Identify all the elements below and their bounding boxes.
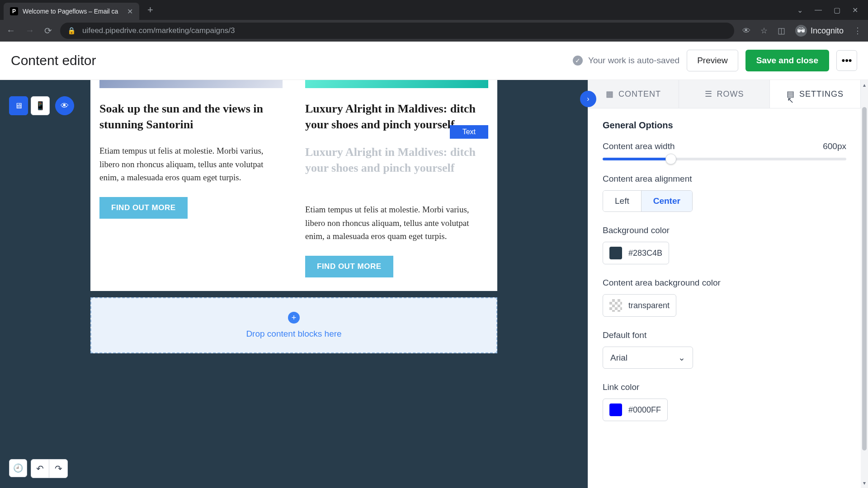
undo-button[interactable]: ↶ [31, 460, 49, 478]
browser-chrome: P Welcome to Pageflows – Email ca ✕ + ⌄ … [0, 0, 868, 42]
field-label: Content area background color [603, 278, 846, 288]
view-controls: 🖥 📱 👁 [9, 96, 74, 115]
width-slider[interactable] [603, 158, 846, 160]
favicon: P [10, 7, 18, 15]
close-tab-icon[interactable]: ✕ [127, 7, 133, 16]
article-body[interactable]: Etiam tempus ut felis at molestie. Morbi… [99, 144, 283, 184]
minimize-icon[interactable]: — [815, 6, 822, 14]
rows-icon: ☰ [705, 89, 712, 99]
block-type-label: Text [450, 125, 488, 139]
article-body[interactable]: Etiam tempus ut felis at molestie. Morbi… [305, 203, 488, 243]
history-controls: 🕘 ↶ ↷ [9, 459, 68, 478]
transparent-swatch [609, 299, 622, 312]
alignment-segmented: Left Center [603, 190, 693, 212]
app-header: Content editor ✓ Your work is auto-saved… [0, 42, 868, 80]
url-box[interactable]: 🔒 uifeed.pipedrive.com/marketing/campaig… [60, 23, 734, 39]
color-value: #283C4B [628, 249, 662, 258]
field-background-color: Background color #283C4B [603, 225, 846, 264]
undo-redo-group: ↶ ↷ [31, 459, 68, 478]
field-label: Content area width [603, 141, 675, 151]
select-value: Arial [610, 353, 627, 363]
chevron-down-icon: ⌄ [678, 352, 685, 363]
color-value: transparent [628, 301, 670, 310]
field-label: Content area alignment [603, 174, 846, 184]
nav-icons: ← → ⟳ [6, 25, 52, 36]
tab-rows[interactable]: ☰ ROWS [679, 80, 770, 108]
color-swatch [609, 247, 622, 259]
column-left[interactable]: Soak up the sun and the views in stunnin… [99, 80, 283, 277]
kebab-menu-icon[interactable]: ⋮ [854, 26, 862, 36]
panel-body: General Options Content area width 600px… [588, 108, 861, 488]
preview-eye-button[interactable]: 👁 [55, 96, 74, 115]
app-body: 🖥 📱 👁 🕘 ↶ ↷ Soak up the sun and the view… [0, 80, 868, 488]
autosave-indicator: ✓ Your work is auto-saved [573, 56, 679, 66]
eye-off-icon[interactable]: 👁 [742, 26, 750, 36]
ghost-text: Luxury Alright in Maldives: ditch your s… [305, 144, 488, 176]
incognito-icon: 🕶 [795, 25, 807, 37]
article-heading[interactable]: Soak up the sun and the views in stunnin… [99, 101, 283, 132]
align-left-button[interactable]: Left [603, 191, 642, 211]
image-placeholder[interactable] [99, 80, 283, 88]
forward-icon[interactable]: → [25, 25, 34, 36]
grid-icon: ▦ [606, 89, 614, 99]
save-and-close-button[interactable]: Save and close [745, 50, 829, 71]
field-area-bg-color: Content area background color transparen… [603, 278, 846, 317]
slider-thumb[interactable] [665, 154, 676, 164]
close-window-icon[interactable]: ✕ [852, 6, 858, 14]
more-actions-button[interactable]: ••• [836, 50, 857, 71]
maximize-icon[interactable]: ▢ [834, 6, 840, 14]
two-column-row[interactable]: Soak up the sun and the views in stunnin… [90, 80, 497, 291]
incognito-badge[interactable]: 🕶 Incognito [795, 25, 844, 37]
field-link-color: Link color #0000FF [603, 382, 846, 421]
dragging-text-block[interactable]: Text Luxury Alright in Maldives: ditch y… [305, 144, 488, 176]
tab-settings[interactable]: ▤ SETTINGS ↖ [770, 80, 861, 108]
area-bg-color-input[interactable]: transparent [603, 294, 676, 317]
field-content-width: Content area width 600px [603, 141, 846, 160]
address-bar: ← → ⟳ 🔒 uifeed.pipedrive.com/marketing/c… [0, 20, 868, 42]
window-controls: ⌄ — ▢ ✕ [797, 6, 864, 14]
chevron-down-icon[interactable]: ⌄ [797, 6, 803, 14]
bg-color-input[interactable]: #283C4B [603, 242, 669, 264]
settings-panel: › ▦ CONTENT ☰ ROWS ▤ SETTINGS ↖ [588, 80, 868, 488]
scrollbar-thumb[interactable] [862, 107, 867, 450]
field-label: Default font [603, 330, 846, 340]
back-icon[interactable]: ← [6, 25, 15, 36]
redo-button[interactable]: ↷ [49, 460, 67, 478]
page-title: Content editor [11, 53, 96, 68]
scroll-down-arrow[interactable]: ▾ [861, 480, 868, 486]
new-tab-button[interactable]: + [143, 4, 158, 16]
link-color-input[interactable]: #0000FF [603, 399, 668, 421]
tab-content[interactable]: ▦ CONTENT [588, 80, 679, 108]
cta-button[interactable]: FIND OUT MORE [305, 256, 393, 277]
column-right[interactable]: Luxury Alright in Maldives: ditch your s… [305, 80, 488, 277]
settings-icon: ▤ [787, 89, 795, 99]
collapse-panel-button[interactable]: › [580, 91, 596, 107]
app: Content editor ✓ Your work is auto-saved… [0, 42, 868, 488]
cta-button[interactable]: FIND OUT MORE [99, 197, 188, 219]
history-button[interactable]: 🕘 [9, 459, 27, 477]
field-default-font: Default font Arial ⌄ [603, 330, 846, 369]
check-icon: ✓ [573, 56, 583, 66]
field-label: Background color [603, 225, 846, 235]
align-center-button[interactable]: Center [642, 191, 692, 211]
star-icon[interactable]: ☆ [760, 26, 768, 36]
image-placeholder[interactable] [305, 80, 488, 88]
lock-icon: 🔒 [67, 27, 76, 35]
panel-scrollbar[interactable]: ▴ ▾ [861, 80, 868, 488]
tab-bar: P Welcome to Pageflows – Email ca ✕ + ⌄ … [0, 0, 868, 20]
reload-icon[interactable]: ⟳ [44, 25, 52, 36]
drop-zone-label: Drop content blocks here [246, 329, 341, 338]
preview-button[interactable]: Preview [687, 50, 738, 71]
field-alignment: Content area alignment Left Center [603, 174, 846, 212]
drop-zone[interactable]: + Drop content blocks here [90, 297, 497, 353]
canvas-scroll[interactable]: Soak up the sun and the views in stunnin… [0, 80, 588, 488]
extensions-icon[interactable]: ◫ [778, 26, 785, 36]
url-text: uifeed.pipedrive.com/marketing/campaigns… [82, 26, 235, 35]
font-select[interactable]: Arial ⌄ [603, 347, 693, 369]
mobile-view-button[interactable]: 📱 [31, 96, 50, 115]
desktop-view-button[interactable]: 🖥 [9, 96, 28, 115]
editor-canvas: 🖥 📱 👁 🕘 ↶ ↷ Soak up the sun and the view… [0, 80, 588, 488]
scroll-up-arrow[interactable]: ▴ [861, 82, 868, 88]
browser-tab[interactable]: P Welcome to Pageflows – Email ca ✕ [4, 3, 139, 20]
field-label: Link color [603, 382, 846, 392]
